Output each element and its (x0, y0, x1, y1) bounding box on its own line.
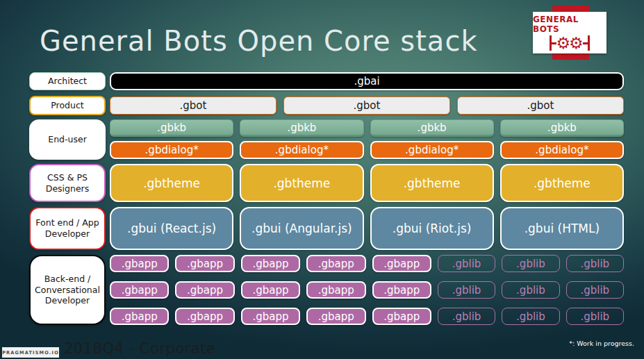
gbkb-box: .gbkb (240, 119, 363, 137)
gbot-box: .gbot (457, 97, 624, 115)
gblib-box: .gblib (566, 281, 624, 299)
gbot-box: .gbot (283, 97, 450, 115)
gbapp-box: .gbapp (306, 255, 365, 272)
page-title: General Bots Open Core stack (40, 25, 478, 57)
logo-brand-text: GENERAL BOTS (533, 15, 606, 34)
gblib-box: .gblib (566, 308, 624, 325)
gbui-react-box: .gbui (React.js) (110, 207, 233, 250)
general-bots-logo: GENERAL BOTS ⚙⚙ (533, 12, 606, 53)
gbui-riot-box: .gbui (Riot.js) (370, 207, 494, 250)
edition-text: 2018Q4 - Corporate (64, 340, 215, 357)
gbtheme-box: .gbtheme (240, 164, 363, 202)
gbot-box: .gbot (110, 97, 276, 115)
gblib-box: .gblib (438, 255, 495, 272)
gbapp-box: .gbapp (306, 308, 365, 325)
gbdialog-box: .gbdialog* (110, 141, 233, 159)
gbkb-box: .gbkb (500, 119, 624, 137)
gbapp-box: .gbapp (241, 308, 300, 325)
gblib-box: .gblib (566, 255, 624, 272)
role-label-product: Product (29, 96, 106, 115)
row-gbdialog: .gbdialog* .gbdialog* .gbdialog* .gbdial… (110, 141, 624, 159)
gblib-box: .gblib (502, 281, 559, 299)
row-backend-2: .gbapp .gbapp .gbapp .gbapp .gbapp .gbli… (110, 281, 624, 299)
gbapp-box: .gbapp (241, 255, 300, 272)
row-backend-1: .gbapp .gbapp .gbapp .gbapp .gbapp .gbli… (110, 255, 624, 272)
gbapp-box: .gbapp (372, 255, 431, 272)
row-gbai: .gbai (110, 72, 624, 90)
row-gbkb: .gbkb .gbkb .gbkb .gbkb (110, 119, 624, 137)
gbapp-box: .gbapp (175, 308, 234, 325)
role-label-end-user: End-user (29, 119, 106, 160)
gbkb-box: .gbkb (110, 119, 233, 137)
role-label-css-ps-designers: CSS & PS Designers (29, 164, 106, 202)
gbui-html-box: .gbui (HTML) (500, 207, 624, 250)
gbdialog-box: .gbdialog* (370, 141, 494, 159)
gblib-box: .gblib (438, 308, 495, 325)
gears-icon: ⚙⚙ (550, 35, 589, 51)
row-gbot: .gbot .gbot .gbot (110, 97, 624, 115)
row-gbtheme: .gbtheme .gbtheme .gbtheme .gbtheme (110, 164, 624, 202)
gbkb-box: .gbkb (370, 119, 494, 137)
gblib-box: .gblib (438, 281, 495, 299)
gbapp-box: .gbapp (372, 281, 431, 299)
gbapp-box: .gbapp (372, 308, 431, 325)
gbtheme-box: .gbtheme (370, 164, 494, 202)
gbapp-box: .gbapp (175, 281, 234, 299)
gbtheme-box: .gbtheme (110, 164, 233, 202)
gbapp-box: .gbapp (110, 281, 169, 299)
gbapp-box: .gbapp (110, 255, 169, 272)
role-label-backend-conversational-developer: Back-end / Conversational Developer (29, 255, 106, 325)
gbdialog-box: .gbdialog* (500, 141, 624, 159)
gbai-box: .gbai (110, 72, 624, 90)
gblib-box: .gblib (502, 255, 559, 272)
gbapp-box: .gbapp (175, 255, 234, 272)
slide: General Bots Open Core stack GENERAL BOT… (0, 0, 644, 359)
gbui-angular-box: .gbui (Angular.js) (240, 207, 363, 250)
pragmatismo-badge: PRAGMATISMO.IO (2, 347, 59, 358)
gbapp-box: .gbapp (306, 281, 365, 299)
gbapp-box: .gbapp (110, 308, 169, 325)
work-in-progress-footnote: *: Work in progress. (569, 340, 634, 347)
role-label-architect: Architect (29, 72, 106, 90)
gbtheme-box: .gbtheme (500, 164, 624, 202)
gblib-box: .gblib (502, 308, 559, 325)
gbapp-box: .gbapp (241, 281, 300, 299)
role-label-frontend-app-developer: Font end / App Developer (29, 207, 106, 250)
row-backend-3: .gbapp .gbapp .gbapp .gbapp .gbapp .gbli… (110, 308, 624, 325)
gbdialog-box: .gbdialog* (240, 141, 363, 159)
row-gbui: .gbui (React.js) .gbui (Angular.js) .gbu… (110, 207, 624, 250)
